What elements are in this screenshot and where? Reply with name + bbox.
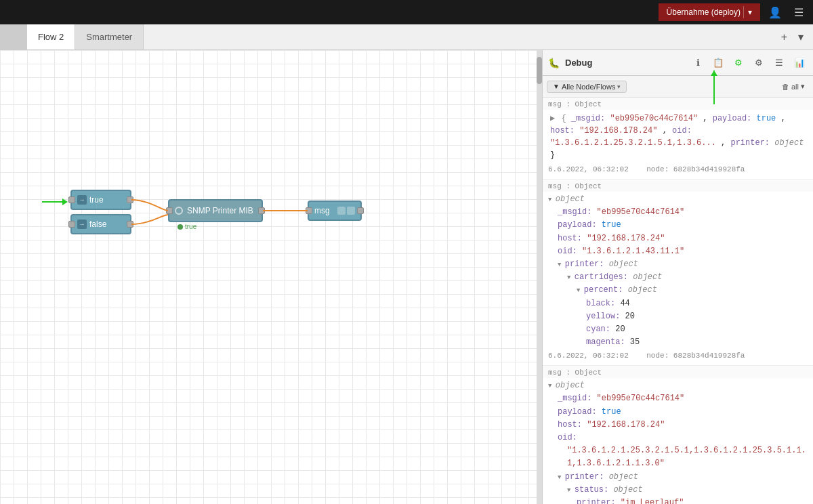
msg-port-right[interactable] <box>357 207 364 214</box>
tab-smartmeter-label: Smartmeter <box>86 32 132 42</box>
obj-val-cyan: 20 <box>615 324 625 334</box>
obj-key-printer: printer: <box>565 259 609 269</box>
obj2-key-payload: payload: <box>558 407 602 417</box>
msg-node[interactable]: msg <box>308 201 362 221</box>
tab-flow2[interactable]: Flow 2 <box>27 24 75 49</box>
deploy-chevron[interactable]: ▾ <box>743 6 752 18</box>
canvas-scrollbar-thumb[interactable] <box>537 57 542 84</box>
deploy-button[interactable]: Übernahme (deploy) ▾ <box>659 3 760 21</box>
canvas-scrollbar[interactable] <box>537 50 542 504</box>
obj-key-black: black: <box>586 299 620 308</box>
caret-0[interactable] <box>548 194 556 204</box>
debug-message-1-expanded: msg : Object object _msgid: "eb995e70c44… <box>543 180 813 366</box>
caret2-0[interactable] <box>548 381 556 390</box>
debug-content[interactable]: msg : Object ▶ { _msgid: "eb995e70c44c76… <box>543 98 813 504</box>
clear-icon: 🗑 <box>782 83 789 91</box>
caret2-status[interactable] <box>567 485 575 495</box>
debug-copy-button[interactable]: 📋 <box>710 55 726 71</box>
clear-all-button[interactable]: 🗑 all ▾ <box>778 81 809 92</box>
caret-printer[interactable] <box>558 259 565 269</box>
caret-percent[interactable] <box>577 285 584 295</box>
filter-chevron: ▾ <box>617 83 621 90</box>
switch-false-label: false <box>89 219 106 229</box>
tab-flow1[interactable] <box>0 24 27 49</box>
snmp-port-left[interactable] <box>166 207 173 214</box>
clear-chevron: ▾ <box>801 82 805 91</box>
topbar: Übernahme (deploy) ▾ 👤 ☰ <box>0 0 813 24</box>
switch-true-label: true <box>89 195 104 205</box>
obj-line-0[interactable]: object <box>548 193 808 206</box>
clear-label: all <box>791 83 799 91</box>
debug-expand-btn-1[interactable]: ▶ <box>550 114 555 123</box>
obj-line-oid: oid: "1.3.6.1.2.1.43.11.1" <box>548 245 808 258</box>
switch-true-port-right[interactable] <box>127 196 133 203</box>
caret-cartridges[interactable] <box>567 272 575 282</box>
obj2-line-printer[interactable]: printer: object <box>548 471 808 484</box>
tab-flow2-label: Flow 2 <box>38 32 64 42</box>
debug-msg-1-time: 6.6.2022, 06:32:02 <box>548 165 629 173</box>
debug-msg-1-msgid-key: _msgid: <box>571 114 610 123</box>
debug-msg-1-brace-close: } <box>550 150 555 160</box>
ts1-time: 6.6.2022, 06:32:02 <box>548 352 629 360</box>
obj2-line-status[interactable]: status: object <box>548 484 808 497</box>
msg-icon-1 <box>337 207 346 215</box>
debug-msg-1-header-text: msg : Object <box>548 100 602 108</box>
debug-list-button[interactable]: ☰ <box>771 55 787 71</box>
debug-chart-button[interactable]: 📊 <box>791 55 808 71</box>
debug-msg-1-collapsed[interactable]: ▶ { _msgid: "eb995e70c44c7614" , payload… <box>543 110 813 164</box>
caret2-printer[interactable] <box>558 472 565 482</box>
debug-msg-1-printer-key: printer: <box>730 138 774 148</box>
more-tabs-button[interactable]: ▾ <box>794 29 808 45</box>
obj2-line-oid: oid: "1.3.6.1.2.1.25.3.2.1.5.1,1.3.6.1.2… <box>548 432 808 471</box>
obj-line-msgid: _msgid: "eb995e70c44c7614" <box>548 206 808 219</box>
obj-val-cartridges: object <box>633 272 662 282</box>
debug-msg-1-node: node: 6828b34d419928fa <box>646 165 745 173</box>
snmp-label: SNMP Printer MIB <box>187 206 253 215</box>
switch-true-node[interactable]: → true <box>70 190 131 210</box>
debug-bug-icon: 🐛 <box>548 58 560 68</box>
obj2-val-oid: "1.3.6.1.2.1.25.3.2.1.5.1,1.3.6.1.2.1.25… <box>558 444 808 470</box>
debug-msg-1-brace-open: { <box>561 114 566 123</box>
obj-key-host: host: <box>558 234 587 243</box>
snmp-true-label: true <box>185 223 196 230</box>
obj2-line-0[interactable]: object <box>548 379 808 392</box>
debug-msg-1-payload-val: true <box>757 114 776 123</box>
debug-panel: 🐛 Debug ℹ 📋 ⚙ ⚙ ☰ 📊 ▼ Alle Node/Flows ▾ … <box>542 50 813 504</box>
obj-line-printer[interactable]: printer: object <box>548 258 808 271</box>
obj-key-oid: oid: <box>558 247 582 256</box>
add-tab-button[interactable]: + <box>777 30 791 45</box>
debug-settings-button[interactable]: ⚙ <box>751 55 767 71</box>
debug-msg-1-comma2: , <box>781 114 786 123</box>
filter-label: Alle Node/Flows <box>562 83 615 91</box>
green-arrow <box>42 198 69 205</box>
snmp-node[interactable]: SNMP Printer MIB true <box>168 199 263 222</box>
debug-msg-1-host-key: host: <box>550 126 579 135</box>
obj-key-cartridges: cartridges: <box>575 272 633 282</box>
msg-port-left[interactable] <box>306 207 312 214</box>
obj-line-cartridges[interactable]: cartridges: object <box>548 271 808 284</box>
debug-msg-1-printer-val: object <box>774 138 804 148</box>
obj-line-cyan: cyan: 20 <box>548 323 808 336</box>
switch-true-port-left[interactable] <box>68 196 75 203</box>
switch-false-node[interactable]: → false <box>70 214 131 234</box>
switch-false-port-right[interactable] <box>127 221 133 228</box>
obj-line-payload: payload: true <box>548 219 808 232</box>
menu-button[interactable]: ☰ <box>790 5 808 20</box>
obj2-key-status: status: <box>575 485 614 495</box>
debug-msg-1-host-val: "192.168.178.24" <box>579 126 657 135</box>
obj-val-host: "192.168.178.24" <box>587 234 665 243</box>
obj2-key-host: host: <box>558 420 587 429</box>
debug-info-button[interactable]: ℹ <box>690 55 706 71</box>
debug-msg-1-header: msg : Object <box>543 98 813 110</box>
filter-nodes-button[interactable]: ▼ Alle Node/Flows ▾ <box>547 81 627 93</box>
obj-line-percent[interactable]: percent: object <box>548 284 808 297</box>
canvas[interactable]: → true → false SNMP Printer MIB true <box>0 50 542 504</box>
msg-icon-2 <box>347 207 355 215</box>
obj2-val-status: object <box>613 485 642 495</box>
snmp-port-right[interactable] <box>258 207 265 214</box>
tab-smartmeter[interactable]: Smartmeter <box>75 24 144 49</box>
snmp-icon-circle <box>175 207 183 215</box>
switch-false-port-left[interactable] <box>68 221 75 228</box>
debug-active-button[interactable]: ⚙ <box>730 55 747 71</box>
user-button[interactable]: 👤 <box>764 5 786 20</box>
